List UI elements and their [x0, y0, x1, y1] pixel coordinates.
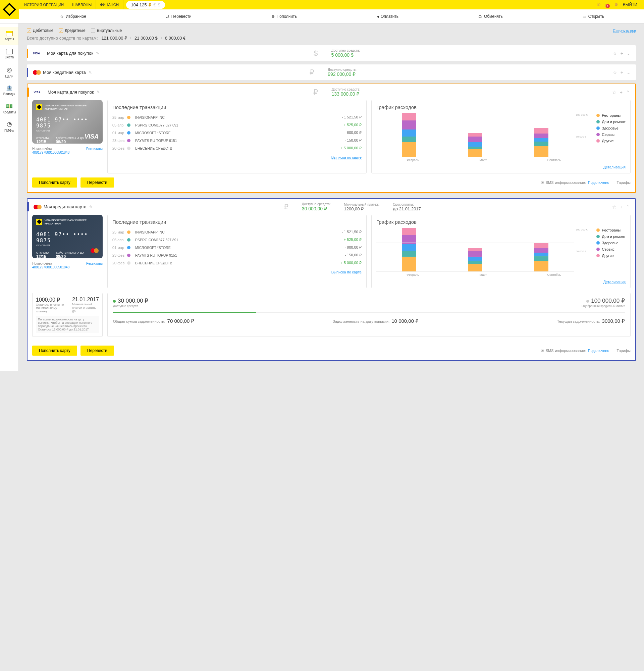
- action-pay[interactable]: ◂Оплатить: [377, 14, 398, 19]
- settings-icon[interactable]: ⚙: [615, 2, 618, 7]
- star-icon[interactable]: ☆: [613, 70, 617, 75]
- transaction-row[interactable]: 23 февPAYMTS RU TOPUP 9151- 150,00 ₽: [112, 251, 362, 259]
- legend-item[interactable]: Рестораны: [596, 228, 626, 232]
- transaction-row[interactable]: 23 февPAYMTS RU TOPUP 9151- 150,00 ₽: [112, 137, 362, 144]
- legend-item[interactable]: Здоровье: [596, 126, 626, 130]
- balance-pill[interactable]: 104 125 ₽ € $: [126, 1, 165, 9]
- plus-icon[interactable]: +: [620, 70, 623, 75]
- legend-item[interactable]: Другие: [596, 254, 626, 258]
- legend-dot-icon: [596, 133, 600, 136]
- edit-icon[interactable]: ✎: [89, 70, 92, 75]
- card-expanded: Моя кредитная карта ✎ ₽ Доступно средств…: [27, 198, 636, 361]
- edit-icon[interactable]: ✎: [96, 51, 99, 56]
- txn-date: 23 фев: [112, 139, 127, 142]
- tariffs-link[interactable]: Тарифы: [617, 180, 631, 185]
- status-dot-icon: [586, 300, 589, 303]
- card-row[interactable]: VISA Моя карта для покупок ✎ $ Доступно …: [27, 45, 636, 61]
- chevron-up-icon[interactable]: ⌃: [626, 90, 630, 95]
- logout-link[interactable]: ВЫЙТИ: [623, 2, 637, 7]
- transaction-row[interactable]: 01 марMICROSOFT *STORE- 800,00 ₽: [112, 243, 362, 251]
- legend-item[interactable]: Сервис: [596, 247, 626, 251]
- edit-icon[interactable]: ✎: [96, 90, 100, 94]
- legend-item[interactable]: Дом и ремонт: [596, 120, 626, 124]
- topup-card-button[interactable]: Пополнить карту: [32, 345, 77, 356]
- visa-logo-icon: VISA: [34, 91, 46, 94]
- chevron-down-icon[interactable]: ⌄: [627, 70, 631, 75]
- legend-dot-icon: [596, 248, 600, 251]
- transfer-button[interactable]: Перевести: [80, 345, 114, 356]
- txn-amount: - 1 521,50 ₽: [342, 230, 362, 234]
- sidebar-item-accounts[interactable]: Счета: [0, 45, 18, 63]
- statement-link[interactable]: Выписка по карте: [331, 270, 362, 274]
- txn-merchant: ВНЕСЕНИЕ СРЕДСТВ: [135, 146, 341, 150]
- nav-templates[interactable]: ШАБЛОНЫ: [68, 0, 96, 9]
- topbar: ИСТОРИЯ ОПЕРАЦИЙ ШАБЛОНЫ ФИНАНСЫ 104 125…: [0, 0, 644, 9]
- star-icon[interactable]: ☆: [612, 90, 617, 95]
- transaction-row[interactable]: 01 марMICROSOFT *STORE- 800,00 ₽: [112, 129, 362, 137]
- tariffs-link[interactable]: Тарифы: [617, 349, 631, 353]
- category-dot-icon: [127, 116, 130, 119]
- legend-item[interactable]: Другие: [596, 139, 626, 143]
- filter-virtual[interactable]: Виртуальные: [91, 28, 122, 33]
- action-favorites[interactable]: ☆Избранное: [60, 14, 86, 19]
- topup-card-button[interactable]: Пополнить карту: [32, 177, 77, 188]
- sidebar-item-cards[interactable]: Карты: [0, 27, 18, 45]
- action-topup[interactable]: ⊕Пополнить: [271, 14, 297, 19]
- card-plastic: VISA SIGNATURE EASY EUROPEКОРПОРАТИВНАЯ …: [32, 100, 103, 143]
- plus-icon[interactable]: +: [620, 51, 623, 56]
- transfer-button[interactable]: Перевести: [80, 177, 114, 188]
- transaction-row[interactable]: 05 апрPSPRG COM1877 327 891+ 525,00 ₽: [112, 121, 362, 129]
- category-dot-icon: [127, 246, 130, 249]
- card-number: 4081 97•• •••• 9875: [36, 231, 99, 243]
- star-icon[interactable]: ☆: [613, 51, 617, 56]
- sms-status-link[interactable]: Подключено: [588, 349, 609, 353]
- chart-details-link[interactable]: Детализация: [603, 165, 626, 169]
- bank-logo[interactable]: [0, 0, 19, 19]
- legend-item[interactable]: Здоровье: [596, 241, 626, 245]
- account-number-link[interactable]: 40817978801000501848: [32, 151, 69, 154]
- currency-eur-icon[interactable]: €: [153, 2, 156, 8]
- sidebar-item-goals[interactable]: ◎Цели: [0, 63, 18, 81]
- collapse-all-link[interactable]: Свернуть все: [613, 28, 636, 33]
- card-expanded: VISA Моя карта для покупок ✎ ₽ Доступно …: [27, 84, 636, 193]
- legend-item[interactable]: Дом и ремонт: [596, 235, 626, 239]
- requisites-link[interactable]: Реквизиты: [86, 262, 103, 269]
- transaction-row[interactable]: 20 февВНЕСЕНИЕ СРЕДСТВ+ 5 000,00 ₽: [112, 259, 362, 267]
- chevron-down-icon[interactable]: ⌄: [627, 51, 631, 56]
- avail-label: Доступно средств:: [328, 68, 395, 72]
- transaction-row[interactable]: 05 апрPSPRG COM1877 327 891+ 525,00 ₽: [112, 236, 362, 243]
- action-transfer[interactable]: ⇄Перевести: [166, 14, 192, 19]
- phone-icon[interactable]: ✆: [597, 2, 601, 7]
- edit-icon[interactable]: ✎: [89, 205, 93, 210]
- nav-history[interactable]: ИСТОРИЯ ОПЕРАЦИЙ: [20, 0, 68, 9]
- plus-icon[interactable]: +: [620, 90, 622, 95]
- transaction-row[interactable]: 25 марINVISIONAPP INC- 1 521,50 ₽: [112, 113, 362, 121]
- sidebar-item-deposits[interactable]: 🏦Вклады: [0, 81, 18, 99]
- star-icon[interactable]: ☆: [612, 204, 617, 210]
- legend-item[interactable]: Рестораны: [596, 113, 626, 117]
- pay-icon: ◂: [377, 14, 379, 19]
- action-exchange[interactable]: ♺Обменять: [478, 14, 503, 19]
- filter-credit[interactable]: Кредитные: [59, 28, 85, 33]
- sidebar-item-credits[interactable]: 💵Кредиты: [0, 99, 18, 117]
- transaction-row[interactable]: 20 февВНЕСЕНИЕ СРЕДСТВ+ 5 000,00 ₽: [112, 144, 362, 152]
- requisites-link[interactable]: Реквизиты: [86, 147, 103, 154]
- chevron-up-icon[interactable]: ⌃: [626, 204, 630, 210]
- card-row[interactable]: Моя кредитная карта ✎ ₽ Доступно средств…: [27, 64, 636, 80]
- sms-status-link[interactable]: Подключено: [588, 180, 609, 185]
- category-dot-icon: [127, 261, 130, 265]
- chart-details-link[interactable]: Детализация: [603, 280, 626, 284]
- mail-icon[interactable]: ✉1: [605, 1, 610, 8]
- legend-item[interactable]: Сервис: [596, 132, 626, 137]
- plus-icon[interactable]: +: [620, 204, 622, 210]
- transaction-row[interactable]: 25 марINVISIONAPP INC- 1 521,50 ₽: [112, 228, 362, 236]
- action-open[interactable]: ▭Открыть: [583, 14, 604, 19]
- nav-finances[interactable]: ФИНАНСЫ: [96, 0, 124, 9]
- chart-bar: [402, 228, 416, 271]
- currency-usd-icon[interactable]: $: [158, 2, 160, 8]
- currency-rub-icon[interactable]: ₽: [149, 2, 151, 8]
- filter-debit[interactable]: Дебетовые: [27, 28, 53, 33]
- sidebar-item-pifs[interactable]: ◔ПИФы: [0, 117, 18, 136]
- account-number-link[interactable]: 40817978801000501848: [32, 265, 69, 269]
- statement-link[interactable]: Выписка по карте: [331, 155, 362, 160]
